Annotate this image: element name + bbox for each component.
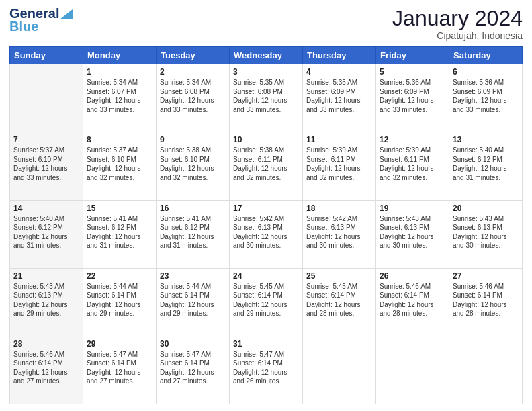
sunset-text: Sunset: 6:14 PM [13,359,63,367]
daylight-text: Daylight: 12 hours and 26 minutes. [233,369,287,385]
sunrise-text: Sunrise: 5:44 AM [87,283,138,290]
daylight-text: Daylight: 12 hours and 28 minutes. [453,301,507,318]
daylight-text: Daylight: 12 hours and 31 minutes. [13,233,68,250]
calendar-cell: 21 Sunrise: 5:43 AM Sunset: 6:13 PM Dayl… [10,268,83,336]
month-title: January 2024 [392,7,523,30]
sunset-text: Sunset: 6:12 PM [453,156,502,163]
cell-info: Sunrise: 5:37 AM Sunset: 6:10 PM Dayligh… [87,146,152,182]
cell-info: Sunrise: 5:43 AM Sunset: 6:13 PM Dayligh… [13,282,79,318]
day-number: 2 [160,67,226,77]
calendar-cell: 12 Sunrise: 5:39 AM Sunset: 6:11 PM Dayl… [376,132,449,200]
cell-info: Sunrise: 5:39 AM Sunset: 6:11 PM Dayligh… [306,146,372,182]
day-number: 14 [13,203,79,213]
day-number: 8 [87,135,152,144]
calendar-cell: 22 Sunrise: 5:44 AM Sunset: 6:14 PM Dayl… [83,268,157,336]
cell-info: Sunrise: 5:43 AM Sunset: 6:13 PM Dayligh… [380,214,445,250]
sunrise-text: Sunrise: 5:46 AM [453,283,504,290]
sunset-text: Sunset: 6:13 PM [380,224,429,231]
page: General Blue January 2024 Cipatujah, Ind… [0,0,532,411]
daylight-text: Daylight: 12 hours and 32 minutes. [87,165,141,181]
calendar-cell: 11 Sunrise: 5:39 AM Sunset: 6:11 PM Dayl… [303,132,376,200]
sunrise-text: Sunrise: 5:46 AM [13,351,64,358]
sunrise-text: Sunrise: 5:43 AM [13,283,64,290]
calendar-cell: 28 Sunrise: 5:46 AM Sunset: 6:14 PM Dayl… [10,336,83,404]
sunset-text: Sunset: 6:10 PM [87,156,136,163]
sunrise-text: Sunrise: 5:41 AM [160,215,211,222]
sunset-text: Sunset: 6:12 PM [13,224,63,231]
sunset-text: Sunset: 6:09 PM [380,88,429,95]
sunset-text: Sunset: 6:14 PM [380,291,429,299]
calendar-cell [303,336,376,404]
daylight-text: Daylight: 12 hours and 29 minutes. [87,301,141,318]
sunset-text: Sunset: 6:13 PM [13,291,63,299]
sunset-text: Sunset: 6:07 PM [87,88,136,95]
calendar-cell [376,336,449,404]
day-number: 19 [380,203,445,213]
sunset-text: Sunset: 6:14 PM [233,359,283,367]
calendar-cell: 27 Sunrise: 5:46 AM Sunset: 6:14 PM Dayl… [449,268,523,336]
daylight-text: Daylight: 12 hours and 32 minutes. [233,165,287,181]
sunset-text: Sunset: 6:11 PM [306,156,356,163]
calendar-cell: 30 Sunrise: 5:47 AM Sunset: 6:14 PM Dayl… [157,336,230,404]
cell-info: Sunrise: 5:40 AM Sunset: 6:12 PM Dayligh… [13,214,79,250]
daylight-text: Daylight: 12 hours and 33 minutes. [160,97,214,113]
daylight-text: Daylight: 12 hours and 28 minutes. [306,301,361,318]
sunset-text: Sunset: 6:10 PM [13,156,63,163]
sunrise-text: Sunrise: 5:47 AM [233,351,284,358]
day-number: 25 [306,271,372,281]
sunrise-text: Sunrise: 5:40 AM [13,215,64,222]
daylight-text: Daylight: 12 hours and 30 minutes. [453,233,507,250]
daylight-text: Daylight: 12 hours and 27 minutes. [13,369,68,385]
cell-info: Sunrise: 5:46 AM Sunset: 6:14 PM Dayligh… [13,350,79,386]
sunrise-text: Sunrise: 5:36 AM [453,79,504,86]
daylight-text: Daylight: 12 hours and 31 minutes. [453,165,507,181]
sunset-text: Sunset: 6:14 PM [233,291,283,299]
sunrise-text: Sunrise: 5:46 AM [380,283,431,290]
calendar-cell: 8 Sunrise: 5:37 AM Sunset: 6:10 PM Dayli… [83,132,157,200]
calendar-cell [10,64,83,132]
weekday-header-friday: Friday [376,47,449,64]
logo-icon [60,9,73,19]
sunrise-text: Sunrise: 5:35 AM [233,79,284,86]
daylight-text: Daylight: 12 hours and 27 minutes. [160,369,214,385]
sunset-text: Sunset: 6:14 PM [87,359,136,367]
day-number: 5 [380,67,445,77]
day-number: 24 [233,271,299,281]
calendar-cell: 7 Sunrise: 5:37 AM Sunset: 6:10 PM Dayli… [10,132,83,200]
cell-info: Sunrise: 5:43 AM Sunset: 6:13 PM Dayligh… [453,214,519,250]
cell-info: Sunrise: 5:35 AM Sunset: 6:09 PM Dayligh… [306,78,372,114]
daylight-text: Daylight: 12 hours and 29 minutes. [233,301,287,318]
calendar-cell: 6 Sunrise: 5:36 AM Sunset: 6:09 PM Dayli… [449,64,523,132]
sunrise-text: Sunrise: 5:38 AM [160,146,211,154]
sunrise-text: Sunrise: 5:47 AM [160,351,211,358]
sunset-text: Sunset: 6:13 PM [306,224,356,231]
calendar-cell: 2 Sunrise: 5:34 AM Sunset: 6:08 PM Dayli… [157,64,230,132]
day-number: 11 [306,135,372,144]
cell-info: Sunrise: 5:44 AM Sunset: 6:14 PM Dayligh… [87,282,152,318]
header: General Blue January 2024 Cipatujah, Ind… [9,7,523,41]
daylight-text: Daylight: 12 hours and 33 minutes. [453,97,507,113]
svg-marker-0 [60,9,73,19]
daylight-text: Daylight: 12 hours and 30 minutes. [380,233,434,250]
calendar-cell: 19 Sunrise: 5:43 AM Sunset: 6:13 PM Dayl… [376,200,449,268]
calendar-cell: 20 Sunrise: 5:43 AM Sunset: 6:13 PM Dayl… [449,200,523,268]
sunrise-text: Sunrise: 5:34 AM [160,79,211,86]
calendar-cell: 25 Sunrise: 5:45 AM Sunset: 6:14 PM Dayl… [303,268,376,336]
cell-info: Sunrise: 5:42 AM Sunset: 6:13 PM Dayligh… [233,214,299,250]
day-number: 3 [233,67,299,77]
sunset-text: Sunset: 6:14 PM [306,291,356,299]
day-number: 20 [453,203,519,213]
calendar-week-3: 14 Sunrise: 5:40 AM Sunset: 6:12 PM Dayl… [10,200,523,268]
calendar-table: SundayMondayTuesdayWednesdayThursdayFrid… [9,46,523,404]
title-area: January 2024 Cipatujah, Indonesia [392,7,523,41]
day-number: 31 [233,339,299,349]
day-number: 16 [160,203,226,213]
cell-info: Sunrise: 5:41 AM Sunset: 6:12 PM Dayligh… [87,214,152,250]
sunrise-text: Sunrise: 5:44 AM [160,283,211,290]
sunset-text: Sunset: 6:14 PM [453,291,502,299]
daylight-text: Daylight: 12 hours and 33 minutes. [87,97,141,113]
sunrise-text: Sunrise: 5:37 AM [13,146,64,154]
calendar-cell: 14 Sunrise: 5:40 AM Sunset: 6:12 PM Dayl… [10,200,83,268]
calendar-cell: 17 Sunrise: 5:42 AM Sunset: 6:13 PM Dayl… [230,200,303,268]
calendar-cell: 24 Sunrise: 5:45 AM Sunset: 6:14 PM Dayl… [230,268,303,336]
